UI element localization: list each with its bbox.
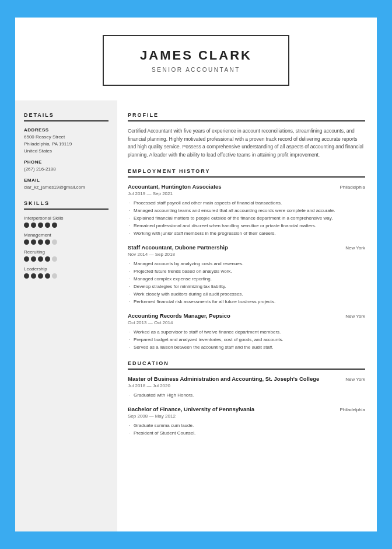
skill-name-recruiting: Recruiting bbox=[24, 249, 108, 255]
dot bbox=[45, 223, 50, 228]
address-label: ADDRESS bbox=[24, 127, 108, 133]
bullet: Served as a liaison between the accounti… bbox=[128, 344, 365, 351]
bullet: Managed accounts by analyzing costs and … bbox=[128, 260, 365, 267]
edu-2-header: Bachelor of Finance, University of Penns… bbox=[128, 406, 365, 412]
employment-label: EMPLOYMENT HISTORY bbox=[128, 168, 365, 178]
skill-name-interpersonal: Interpersonal Skills bbox=[24, 216, 108, 221]
edu-entry-1: Master of Business Administration and Ac… bbox=[128, 376, 365, 399]
edu-1-dates: Jul 2018 — Jul 2020 bbox=[128, 383, 365, 388]
skill-name-management: Management bbox=[24, 232, 108, 238]
job-entry-2: Staff Accountant, Dubone Partnership New… bbox=[128, 244, 365, 305]
job-1-location: Philadelphia bbox=[340, 185, 365, 190]
email-label: EMAIL bbox=[24, 178, 108, 183]
dot bbox=[24, 273, 29, 279]
body-section: DETAILS ADDRESS 6500 Rossey Street Phila… bbox=[15, 100, 377, 531]
sidebar: DETAILS ADDRESS 6500 Rossey Street Phila… bbox=[15, 100, 117, 531]
phone-label: PHONE bbox=[24, 159, 108, 165]
edu-1-bullets: Graduated with High Honors. bbox=[128, 392, 365, 399]
profile-section: PROFILE Certified Accountant with five y… bbox=[128, 112, 365, 159]
edu-1-location: New York bbox=[345, 377, 365, 382]
dot bbox=[38, 223, 43, 228]
bullet: Develop strategies for minimizing tax li… bbox=[128, 283, 365, 290]
dot bbox=[38, 256, 43, 262]
dot bbox=[38, 273, 43, 279]
job-2-title: Staff Accountant, Dubone Partnership bbox=[128, 244, 228, 251]
employment-section: EMPLOYMENT HISTORY Accountant, Huntingto… bbox=[128, 168, 365, 351]
bullet: Prepared budget and analyzed inventories… bbox=[128, 336, 365, 343]
profile-text: Certified Accountant with five years of … bbox=[128, 127, 365, 159]
dot bbox=[31, 256, 36, 262]
job-1-header: Accountant, Huntington Associates Philad… bbox=[128, 183, 365, 190]
dot-empty bbox=[52, 239, 57, 245]
job-3-dates: Oct 2013 — Oct 2014 bbox=[128, 320, 365, 325]
edu-entry-2: Bachelor of Finance, University of Penns… bbox=[128, 406, 365, 437]
bullet: Processed staff payroll and other main a… bbox=[128, 200, 365, 207]
bullet: Graduate summa cum laude. bbox=[128, 422, 365, 429]
job-entry-1: Accountant, Huntington Associates Philad… bbox=[128, 183, 365, 237]
dot bbox=[31, 273, 36, 279]
education-label: EDUCATION bbox=[128, 360, 365, 370]
job-2-dates: Nov 2014 — Sep 2018 bbox=[128, 252, 365, 257]
dot bbox=[45, 273, 50, 279]
header-section: JAMES CLARK SENIOR ACCOUNTANT bbox=[15, 18, 377, 100]
edu-2-degree: Bachelor of Finance, University of Penns… bbox=[128, 406, 254, 412]
dot bbox=[31, 239, 36, 245]
bullet: Remained professional and discreet when … bbox=[128, 223, 365, 230]
edu-2-location: Philadelphia bbox=[340, 407, 365, 412]
header-box: JAMES CLARK SENIOR ACCOUNTANT bbox=[103, 35, 289, 86]
dot bbox=[31, 223, 36, 228]
dot-empty bbox=[52, 273, 57, 279]
phone-value: (267) 216-2188 bbox=[24, 166, 108, 173]
job-1-bullets: Processed staff payroll and other main a… bbox=[128, 200, 365, 237]
dot bbox=[45, 239, 50, 245]
skills-label: SKILLS bbox=[24, 200, 108, 210]
job-3-location: New York bbox=[345, 314, 365, 319]
job-3-header: Accounting Records Manager, Pepsico New … bbox=[128, 312, 365, 319]
bullet: Explained financial matters to people ou… bbox=[128, 215, 365, 222]
details-section: DETAILS ADDRESS 6500 Rossey Street Phila… bbox=[24, 112, 108, 191]
skills-section: SKILLS Interpersonal Skills Management bbox=[24, 200, 108, 279]
dot bbox=[24, 239, 29, 245]
dot bbox=[45, 256, 50, 262]
job-3-title: Accounting Records Manager, Pepsico bbox=[128, 312, 230, 319]
bullet: Performed financial risk assessments for… bbox=[128, 298, 365, 305]
resume-container: JAMES CLARK SENIOR ACCOUNTANT DETAILS AD… bbox=[15, 18, 377, 531]
dot bbox=[52, 223, 57, 228]
skill-dots-recruiting bbox=[24, 256, 108, 262]
job-3-bullets: Worked as a supervisor to staff of twelv… bbox=[128, 329, 365, 351]
education-section: EDUCATION Master of Business Administrat… bbox=[128, 360, 365, 437]
dot bbox=[24, 223, 29, 228]
skill-dots-leadership bbox=[24, 273, 108, 279]
dot bbox=[24, 256, 29, 262]
details-label: DETAILS bbox=[24, 112, 108, 121]
job-2-header: Staff Accountant, Dubone Partnership New… bbox=[128, 244, 365, 251]
bullet: Working with junior staff members in the… bbox=[128, 230, 365, 237]
skill-dots-interpersonal bbox=[24, 223, 108, 228]
bullet: President of Student Counsel. bbox=[128, 430, 365, 437]
address-value: 6500 Rossey Street Philadelphia, PA 1911… bbox=[24, 134, 108, 155]
edu-2-dates: Sep 2008 — May 2012 bbox=[128, 414, 365, 419]
bullet: Graduated with High Honors. bbox=[128, 392, 365, 399]
bullet: Work closely with auditors during all au… bbox=[128, 291, 365, 298]
email-value: clar_kz_james19@gmail.com bbox=[24, 184, 108, 191]
dot bbox=[38, 239, 43, 245]
job-2-location: New York bbox=[345, 245, 365, 251]
edu-1-degree: Master of Business Administration and Ac… bbox=[128, 376, 319, 382]
job-1-dates: Jul 2019 — Sep 2021 bbox=[128, 191, 365, 196]
candidate-title: SENIOR ACCOUNTANT bbox=[139, 67, 253, 73]
bullet: Worked as a supervisor to staff of twelv… bbox=[128, 329, 365, 336]
profile-label: PROFILE bbox=[128, 112, 365, 121]
main-content: PROFILE Certified Accountant with five y… bbox=[117, 100, 377, 531]
skill-dots-management bbox=[24, 239, 108, 245]
edu-2-bullets: Graduate summa cum laude. President of S… bbox=[128, 422, 365, 437]
job-entry-3: Accounting Records Manager, Pepsico New … bbox=[128, 312, 365, 351]
skill-name-leadership: Leadership bbox=[24, 266, 108, 272]
job-2-bullets: Managed accounts by analyzing costs and … bbox=[128, 260, 365, 305]
bullet: Managed accounting teams and ensured tha… bbox=[128, 207, 365, 214]
edu-1-header: Master of Business Administration and Ac… bbox=[128, 376, 365, 382]
bullet: Projected future trends based on analysi… bbox=[128, 268, 365, 275]
bullet: Managed complex expense reporting. bbox=[128, 276, 365, 283]
candidate-name: JAMES CLARK bbox=[139, 48, 253, 63]
dot-empty bbox=[52, 256, 57, 262]
job-1-title: Accountant, Huntington Associates bbox=[128, 183, 222, 190]
